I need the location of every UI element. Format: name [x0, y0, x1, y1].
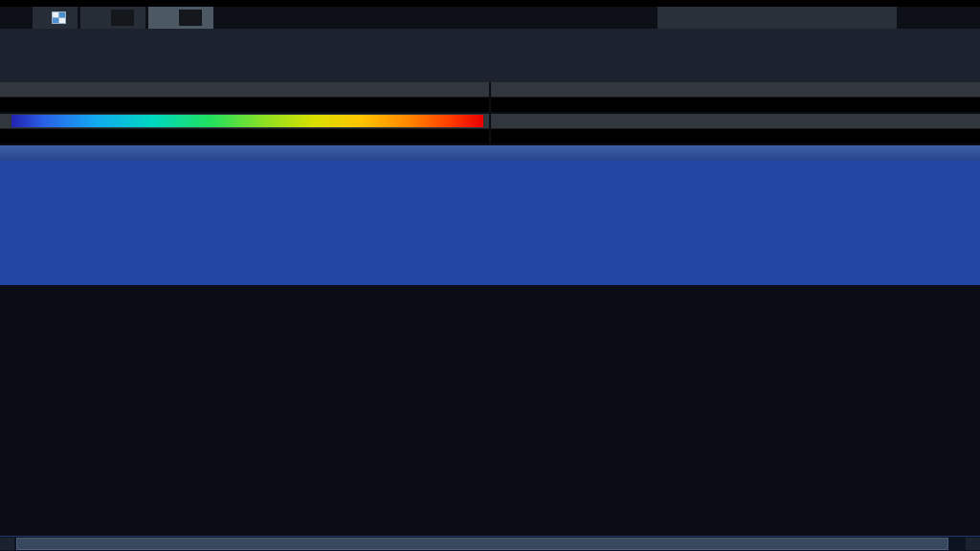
tab-list-dropdown[interactable] — [657, 7, 897, 29]
channel-settings-bar — [0, 29, 980, 82]
window4-footer — [491, 128, 980, 143]
tab-transient-analysis[interactable] — [148, 7, 213, 29]
horizontal-scrollbar[interactable] — [0, 536, 980, 551]
channel-tab-bar — [0, 7, 980, 29]
window1-titlebar[interactable] — [0, 82, 489, 97]
window2-titlebar[interactable] — [491, 82, 980, 97]
window1-footer — [0, 97, 489, 112]
close-icon[interactable] — [179, 10, 202, 26]
tab-spectrum[interactable] — [80, 7, 145, 29]
window3-footer — [0, 128, 489, 143]
window-full-spectrogram — [0, 114, 489, 143]
window4-titlebar[interactable] — [491, 114, 980, 128]
spectrogram-color-scale[interactable] — [11, 115, 483, 127]
scroll-right-icon[interactable] — [966, 538, 980, 550]
scroll-left-icon[interactable] — [0, 538, 14, 550]
window-chirp-results — [0, 145, 980, 285]
spectrum-analyzer-window — [0, 0, 980, 551]
multiview-grid-icon — [52, 11, 66, 24]
window3-titlebar[interactable] — [0, 114, 489, 128]
window5-titlebar[interactable] — [0, 145, 980, 161]
window-full-rf-spectrum — [0, 82, 489, 112]
yig-bypass-label — [34, 64, 980, 78]
window-region-fm-time-domain — [491, 82, 980, 112]
window-chirp-frequency-deviation — [491, 114, 980, 143]
top-strip — [0, 0, 980, 7]
tab-multiview[interactable] — [33, 7, 78, 29]
measurement-windows-grid — [0, 82, 980, 143]
scrollbar-thumb[interactable] — [16, 538, 948, 550]
close-icon[interactable] — [111, 10, 134, 26]
tabbar-filler — [216, 7, 657, 29]
window2-footer — [491, 97, 980, 112]
